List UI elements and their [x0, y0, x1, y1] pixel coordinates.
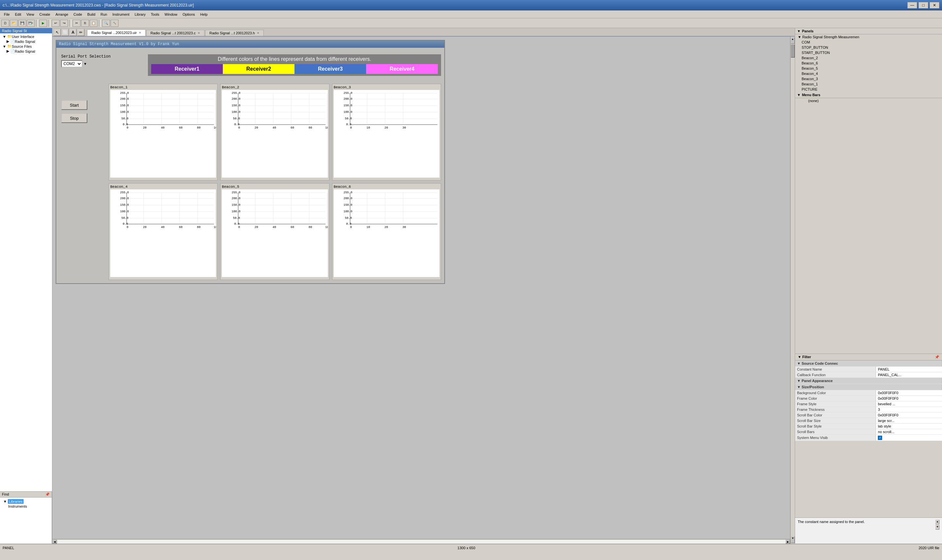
menu-arrange[interactable]: Arrange — [53, 12, 71, 17]
tab-h-close[interactable]: ✕ — [257, 31, 260, 35]
tree-item-sourcefiles[interactable]: ▼ 📁 Source Files — [1, 44, 51, 49]
tab-c-close[interactable]: ✕ — [198, 31, 200, 35]
prop-name-sysmenuvisib: System Menu Visib — [795, 435, 876, 441]
toolbar-find[interactable]: 🔍 — [102, 20, 110, 27]
horizontal-scrollbar[interactable]: ◀ ▶ — [52, 539, 790, 544]
close-button[interactable]: ✕ — [930, 2, 939, 9]
panels-tree-start[interactable]: START_BUTTON — [795, 50, 942, 55]
prop-name-scrollbarsize: Scroll Bar Size — [795, 418, 876, 424]
panels-tree-beacon2[interactable]: Beacon_2 — [795, 55, 942, 60]
receiver2-btn[interactable]: Receiver2 — [223, 64, 294, 74]
toolbar-redo[interactable]: ↪ — [60, 20, 68, 27]
minimize-button[interactable]: — — [907, 2, 917, 9]
menu-tools[interactable]: Tools — [148, 12, 162, 17]
prop-section-sizepos-collapse[interactable]: ▼ — [797, 385, 802, 389]
stop-button[interactable]: Stop — [61, 113, 87, 123]
prop-value-framestyle[interactable]: bevelled ... — [876, 402, 942, 407]
find-pin-icon[interactable]: 📌 — [45, 492, 50, 497]
tab-h[interactable]: Radio Signal ...t 20012023.h ✕ — [205, 30, 264, 36]
chart-beacon4-svg: 255.0 200.0 150.0 100.0 50.0 0.0 — [110, 189, 216, 277]
prop-value-scrollbars[interactable]: no scroll... — [876, 429, 942, 435]
toolbar-undo[interactable]: ↩ — [52, 20, 60, 27]
menu-file[interactable]: File — [1, 12, 12, 17]
toolbar-new[interactable]: 🗋 — [1, 20, 9, 27]
prop-value-framecolor[interactable]: 0x00F0F0F0 — [876, 396, 942, 402]
prop-section-sourcecode-label: Source Code Connec — [802, 362, 838, 365]
banner-text: Different colors of the lines represent … — [151, 56, 438, 62]
panels-tree-beacon5[interactable]: Beacon_5 — [795, 66, 942, 71]
tree-item-ui[interactable]: ▼ 📁 User Interface — [1, 34, 51, 39]
panels-tree-beacon6[interactable]: Beacon_6 — [795, 60, 942, 66]
sep1 — [36, 20, 38, 27]
panels-tree-beacon4[interactable]: Beacon_4 — [795, 71, 942, 76]
find-item-instruments[interactable]: Instruments — [1, 504, 51, 509]
prop-value-scrollbarstyle[interactable]: lab style — [876, 424, 942, 429]
toolbar-build[interactable]: 🔨 — [111, 20, 119, 27]
menubars-collapse-icon[interactable]: ▼ — [797, 93, 800, 97]
svg-text:30: 30 — [402, 226, 406, 229]
receiver1-btn[interactable]: Receiver1 — [151, 64, 223, 74]
menu-help[interactable]: Help — [198, 12, 210, 17]
panels-tree-picture[interactable]: PICTURE — [795, 87, 942, 92]
tab-uir[interactable]: Radio Signal ...20012023.uir ✕ — [87, 29, 146, 36]
menu-create[interactable]: Create — [37, 12, 53, 17]
serial-port-label: Serial Port Selection — [61, 54, 111, 59]
toolbar-open[interactable]: 📂 — [10, 20, 18, 27]
filter-pin-icon[interactable]: 📌 — [935, 355, 939, 359]
desc-scroll-down[interactable]: ▼ — [936, 525, 939, 529]
filter-header-label: Filter — [802, 355, 811, 359]
prop-value-sysmenuvisib[interactable]: ✓ — [876, 435, 942, 441]
prop-value-callbackfn[interactable]: PANEL_CAL... — [876, 372, 942, 378]
panels-tree-stop[interactable]: STOP_BUTTON — [795, 45, 942, 50]
find-item-libraries[interactable]: ▼ Libraries — [1, 499, 51, 504]
tab-toolbar-text[interactable]: A — [69, 29, 77, 36]
tab-toolbar-paint[interactable]: ✏ — [77, 29, 85, 36]
com-select[interactable]: COM2 COM1 COM3 — [61, 60, 82, 68]
panels-tree-root[interactable]: ▼ Radio Signal Strength Measuremen — [795, 34, 942, 40]
receiver3-btn[interactable]: Receiver3 — [294, 64, 366, 74]
prop-value-scrollbarsize[interactable]: large scr... — [876, 418, 942, 424]
menu-code[interactable]: Code — [71, 12, 85, 17]
tree-item-radiosignal2[interactable]: ▶ 📄 Radio Signal — [1, 49, 51, 54]
tab-c[interactable]: Radio Signal ...t 20012023.c ✕ — [146, 30, 205, 36]
toolbar-save[interactable]: 💾 — [18, 20, 26, 27]
chart-beacon5-svg: 255.0 200.0 150.0 100.0 50.0 0.0 — [222, 189, 328, 277]
receiver4-btn[interactable]: Receiver4 — [366, 64, 438, 74]
toolbar-run[interactable]: ▶ — [39, 20, 47, 27]
toolbar-save-all[interactable]: 💾+ — [27, 20, 35, 27]
center-area: ↖ ⬜ A ✏ Radio Signal ...20012023.uir ✕ R… — [52, 28, 795, 544]
toolbar-cut[interactable]: ✂ — [72, 20, 80, 27]
start-button[interactable]: Start — [61, 100, 87, 110]
prop-section-panelapp-collapse[interactable]: ▼ — [797, 379, 802, 383]
chart-beacon3-title: Beacon_3 — [334, 85, 439, 89]
prop-section-sourcecode-collapse[interactable]: ▼ — [797, 362, 802, 365]
menu-run[interactable]: Run — [98, 12, 109, 17]
prop-value-constantname[interactable]: PANEL — [876, 367, 942, 372]
tab-toolbar-frame[interactable]: ⬜ — [62, 29, 69, 36]
menubars-none[interactable]: (none) — [802, 98, 942, 103]
desc-scroll-up[interactable]: ▲ — [936, 520, 939, 525]
sysmenu-checkbox[interactable]: ✓ — [878, 436, 882, 440]
panels-collapse-icon[interactable]: ▼ — [797, 29, 800, 33]
menu-library[interactable]: Library — [132, 12, 148, 17]
menu-window[interactable]: Window — [162, 12, 180, 17]
panels-tree-com[interactable]: COM — [795, 40, 942, 45]
panels-tree-beacon3[interactable]: Beacon_3 — [795, 76, 942, 82]
tab-toolbar-select[interactable]: ↖ — [54, 29, 61, 36]
menu-view[interactable]: View — [24, 12, 37, 17]
toolbar-copy[interactable]: ⎘ — [81, 20, 89, 27]
panels-tree-beacon1[interactable]: Beacon_1 — [795, 82, 942, 87]
prop-value-framethickness[interactable]: 3 — [876, 407, 942, 412]
menu-build[interactable]: Build — [85, 12, 98, 17]
maximize-button[interactable]: □ — [919, 2, 928, 9]
design-canvas[interactable]: ▲ ▼ Radio Signal Strength Measurement V1… — [52, 37, 795, 544]
menu-options[interactable]: Options — [180, 12, 198, 17]
prop-value-scrollbarcolor[interactable]: 0x00F0F0F0 — [876, 412, 942, 418]
prop-value-bgcolor[interactable]: 0x00F0F0F0 — [876, 390, 942, 396]
chart-beacon6-area: 255.0 200.0 150.0 100.0 50.0 0.0 — [334, 189, 439, 277]
tree-item-radiosignal1[interactable]: ▶ 📄 Radio Signal — [1, 39, 51, 44]
tab-uir-close[interactable]: ✕ — [139, 31, 142, 34]
toolbar-paste[interactable]: 📋 — [90, 20, 97, 27]
menu-edit[interactable]: Edit — [12, 12, 24, 17]
menu-instrument[interactable]: Instrument — [109, 12, 132, 17]
